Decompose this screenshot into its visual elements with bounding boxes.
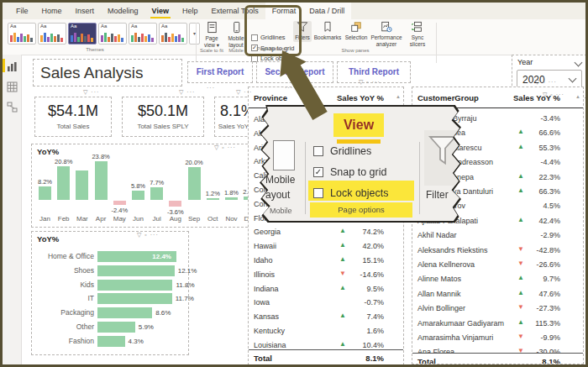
checkbox-label: Snap to grid	[330, 166, 386, 178]
category-label: Kids	[32, 280, 94, 291]
tab-insert[interactable]: Insert	[69, 3, 102, 19]
performance-analyzer-button[interactable]: Performance analyzer	[369, 21, 404, 47]
themes-group-label: Themes	[61, 47, 129, 52]
table-row[interactable]: Amarakumaar Gadiyaram▲115.3%	[412, 319, 583, 333]
x-axis-label: Nov	[223, 215, 241, 223]
scroll-up-icon[interactable]: ▲	[396, 94, 401, 99]
table-row[interactable]: Aleksandrs Riekstins▼-42.8%	[412, 246, 583, 260]
theme-bar	[30, 38, 33, 42]
theme-thumbnail-label: Aa	[101, 24, 107, 29]
bar-packaging	[97, 307, 152, 318]
checkbox-icon	[313, 188, 323, 198]
theme-thumbnail[interactable]: Aa	[68, 23, 97, 45]
theme-thumbnail-label: Aa	[131, 24, 137, 29]
table-row[interactable]: Alena Kellnerova▼-26.6%	[412, 260, 583, 275]
kpi-value: $50.1M	[123, 102, 203, 120]
theme-thumbnail-label: Aa	[40, 24, 46, 29]
table-row[interactable]: Allan Mannik▲47.6%	[412, 290, 583, 304]
bookmarks-button[interactable]: Bookmarks	[313, 21, 342, 41]
kpi-value: $54.1M	[35, 102, 111, 120]
category-label: Home & Office	[32, 251, 94, 262]
theme-thumbnail[interactable]: Aa	[8, 23, 36, 45]
tab-file[interactable]: File	[9, 3, 35, 19]
theme-thumbnail[interactable]: Aa	[98, 23, 127, 45]
chevron-down-icon[interactable]	[575, 59, 583, 67]
callout-separator	[305, 142, 306, 214]
table-row[interactable]: Akhil Nadar-2.9%	[412, 231, 583, 245]
chevron-down-icon[interactable]	[569, 75, 577, 83]
table-row[interactable]: Kentucky1.6%	[249, 327, 403, 341]
visual-hover-icons[interactable]: ▽ ▫ ···	[535, 79, 557, 86]
theme-bar	[138, 37, 140, 42]
bar-value-label: 12.1%	[178, 265, 197, 276]
report-button-1[interactable]: First Report	[187, 61, 253, 83]
table-row[interactable]: Alinne Matos▲9.7%	[412, 275, 583, 289]
category-yoy-chart[interactable]: YoY% Home & Office12.4%Shoes12.1%Kids11.…	[31, 231, 189, 355]
tab-help[interactable]: Help	[176, 3, 205, 19]
x-axis-label: Feb	[55, 215, 73, 223]
theme-gallery[interactable]: AaAaAaAaAaAa▾	[8, 23, 200, 45]
table-row[interactable]: Amarasimha Vinjamuri▼-9.9%	[412, 333, 583, 348]
visual-hover-icons[interactable]: ▽ ···	[236, 89, 252, 96]
theme-bar	[101, 35, 103, 42]
table-row[interactable]: Georgia▲74.2%	[249, 228, 403, 242]
row-name: Idaho	[254, 256, 273, 265]
visual-hover-icons[interactable]: ···	[285, 85, 293, 91]
table-total-row: Total8.1%	[412, 353, 583, 364]
kpi-card[interactable]: $54.1MTotal Sales	[34, 97, 112, 137]
table-row[interactable]: Iowa-0.7%	[249, 298, 403, 312]
visual-hover-icons[interactable]: ▽ ▫ ···	[359, 79, 381, 86]
theme-thumbnail[interactable]: Aa	[38, 23, 66, 45]
row-value: -0.7%	[333, 298, 384, 307]
callout-separator	[419, 142, 420, 214]
bar-oct	[207, 198, 219, 200]
visual-hover-icons[interactable]: ▽ ···	[179, 89, 195, 96]
report-view-icon[interactable]	[7, 60, 18, 71]
active-view-indicator	[3, 59, 5, 72]
visual-hover-icons[interactable]: ▽ ···	[83, 89, 99, 96]
table-row[interactable]: Indiana▲9.5%	[249, 285, 403, 299]
table-row[interactable]: Illinois▼-14.6%	[249, 270, 403, 285]
row-name: Hawaii	[254, 242, 276, 250]
scroll-up-icon[interactable]: ▲	[575, 94, 580, 99]
table-row[interactable]: Idaho▲15.1%	[249, 256, 403, 270]
model-view-icon[interactable]	[7, 101, 18, 112]
total-value: 8.1%	[510, 357, 560, 364]
tab-view[interactable]: View	[145, 3, 176, 19]
kpi-card[interactable]: $50.1MTotal Sales SPLY	[122, 97, 204, 137]
zoom-callout-paper: View Mobile ayout Mobile Gridlines✓Snap …	[261, 107, 459, 221]
visual-hover-icons[interactable]: ▽ ▫ ···	[214, 144, 236, 151]
theme-thumbnail[interactable]: Aa	[129, 23, 157, 45]
theme-bar	[104, 33, 107, 42]
theme-bar	[57, 34, 60, 42]
category-label: Other	[32, 322, 94, 333]
row-value: 66.6%	[510, 128, 560, 137]
monthly-yoy-chart[interactable]: YoY% 8.2%Jan20.8%FebMar23.8%Apr-2.4%May5…	[31, 144, 260, 228]
theme-thumbnail[interactable]: Aa	[159, 23, 187, 45]
selection-button[interactable]: Selection	[344, 21, 369, 41]
theme-thumbnail-bars	[131, 31, 155, 42]
tab-home[interactable]: Home	[35, 3, 69, 19]
x-axis-label: Sep	[185, 215, 203, 223]
table-row[interactable]: Kansas▲7.4%	[249, 312, 403, 327]
sync-slicers-button[interactable]: Sync slicers	[406, 21, 429, 47]
callout-mobile-layout-icon	[273, 140, 295, 170]
visual-hover-icons[interactable]: ▽ ▫ ···	[137, 232, 159, 239]
data-view-icon[interactable]	[7, 81, 18, 92]
theme-bar	[168, 37, 171, 42]
visual-hover-icons[interactable]: ···	[207, 85, 215, 91]
table-row[interactable]: Hawaii▲42.0%	[249, 242, 403, 256]
page-view-button[interactable]: Page view ▾	[199, 21, 224, 48]
callout-mobile-group-fragment: Mobile	[270, 207, 292, 215]
row-value: 9.5%	[333, 285, 384, 293]
theme-bar	[171, 34, 174, 42]
table-row[interactable]: Alvin Bollinger▼-27.3%	[412, 304, 583, 318]
visual-hover-icons[interactable]: ▽ ▫ ···	[543, 92, 564, 98]
theme-bar	[111, 34, 113, 42]
tab-data-drill[interactable]: Data / Drill	[302, 3, 351, 19]
tab-modeling[interactable]: Modeling	[101, 3, 145, 19]
row-value: -4.4%	[510, 158, 560, 166]
row-value: -26.6%	[510, 260, 560, 269]
theme-bar	[17, 37, 19, 42]
report-button-2[interactable]: Second Report	[256, 61, 333, 83]
